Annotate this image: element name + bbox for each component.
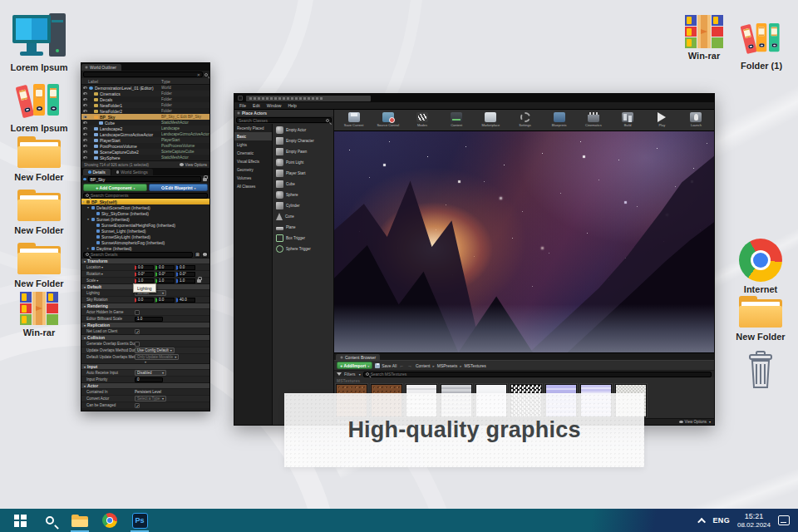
build-button[interactable]: Build [612, 111, 644, 127]
outliner-row[interactable]: NewFolder2Folder [81, 108, 209, 114]
scale-z-field[interactable]: 1.0 [176, 278, 195, 283]
outliner-row[interactable]: CubeStaticMeshActor [81, 120, 209, 126]
actor-hidden-checkbox[interactable] [135, 310, 140, 315]
scale-y-field[interactable]: 1.0 [155, 278, 175, 283]
taskbar-explorer-button[interactable] [65, 509, 95, 532]
default-overlaps-dropdown[interactable]: Only Update Movable [135, 354, 179, 360]
category-recently-placed[interactable]: Recently Placed [234, 124, 272, 132]
content-search-input[interactable]: Search MSTextures [363, 372, 712, 377]
rotation-x-field[interactable]: 0.0° [135, 272, 154, 277]
category-basic[interactable]: Basic [234, 132, 272, 140]
add-import-button[interactable]: Add/Import [337, 362, 372, 369]
eye-icon[interactable] [83, 156, 87, 160]
outliner-row[interactable]: DecalsFolder [81, 96, 209, 102]
add-component-button[interactable]: Add Component [83, 184, 147, 191]
breadcrumb-mstextures[interactable]: MSTextures [464, 363, 485, 368]
unreal-editor-window[interactable]: File Edit Window Help Place Actors Searc… [234, 93, 715, 426]
outliner-row[interactable]: NewFolder1Folder [81, 102, 209, 108]
launch-button[interactable]: Launch [680, 111, 712, 127]
desktop-icon-folder-3[interactable]: New Folder [3, 243, 75, 288]
convert-actor-dropdown[interactable]: Select a Type [135, 396, 166, 401]
breadcrumb-mspresets[interactable]: MSPresets [437, 363, 457, 368]
outliner-search-input[interactable]: ✕ [83, 71, 203, 77]
component-row-selected[interactable]: ▾BP_Sky(self) [81, 199, 209, 204]
location-x-field[interactable]: 0.0 [135, 265, 154, 270]
play-button[interactable]: Play [646, 111, 678, 127]
menu-edit[interactable]: Edit [253, 103, 260, 108]
component-row[interactable]: SunsetSkyLight (Inherited) [81, 234, 209, 239]
eye-icon[interactable] [83, 92, 87, 96]
place-item[interactable]: Cone [273, 211, 333, 222]
outliner-row[interactable]: CinematicsFolder [81, 91, 209, 96]
category-all-classes[interactable]: All Classes [234, 182, 272, 190]
can-be-damaged-checkbox[interactable] [135, 403, 140, 408]
edit-blueprint-button[interactable]: Edit Blueprint [149, 184, 208, 191]
component-row[interactable]: Sky_SkyDome (Inherited) [81, 210, 209, 216]
details-search-input[interactable]: Search Details [83, 252, 193, 258]
tray-chevron-icon[interactable] [697, 517, 706, 525]
desktop-icon-computer[interactable]: Lorem Ipsum [3, 13, 75, 72]
category-lights[interactable]: Lights [234, 140, 272, 149]
column-type[interactable]: Type [161, 79, 209, 84]
lock-icon[interactable] [203, 178, 207, 181]
place-item[interactable]: Cube [273, 179, 333, 190]
component-row[interactable]: ▾DefaultSceneRoot (Inherited) [81, 204, 209, 210]
sky-rotation-x-field[interactable]: 0.0 [135, 298, 154, 303]
eye-icon[interactable] [83, 104, 87, 107]
breadcrumb-content[interactable]: Content [416, 363, 431, 368]
editor-titlebar[interactable] [234, 94, 714, 102]
eye-icon[interactable] [83, 150, 87, 154]
section-rendering[interactable]: Rendering [81, 303, 209, 308]
eye-icon[interactable] [83, 86, 87, 90]
place-item[interactable]: Empty Actor [273, 125, 333, 135]
component-row[interactable]: Sunset_Light (Inherited) [81, 228, 209, 234]
location-z-field[interactable]: 0.0 [176, 265, 195, 270]
desktop-icon-folder-right[interactable]: New Folder [725, 296, 796, 342]
overlap-events-checkbox[interactable] [135, 342, 140, 347]
cinematics-button[interactable]: Cinematics [577, 111, 609, 127]
category-visual-effects[interactable]: Visual Effects [234, 157, 272, 165]
outliner-details-panel[interactable]: World Outliner ✕ Label Type Demonstratio… [81, 62, 210, 411]
taskbar-clock[interactable]: 15:21 08.02.2024 [737, 512, 771, 529]
component-row[interactable]: ▸Daytime (Inherited) [81, 245, 209, 251]
eye-icon[interactable] [202, 252, 208, 258]
menu-file[interactable]: File [239, 103, 246, 108]
scale-x-field[interactable]: 1.0 [135, 278, 154, 283]
category-volumes[interactable]: Volumes [234, 174, 272, 182]
source-control-button[interactable]: Source Control [372, 111, 404, 127]
desktop-icon-folder-binders[interactable]: Folder (1) [726, 18, 797, 71]
components-search-input[interactable]: Search Components [83, 193, 208, 199]
component-row[interactable]: SunsetAtmosphericFog (Inherited) [81, 239, 209, 245]
billboard-scale-field[interactable]: 1.0 [135, 317, 163, 322]
taskbar-photoshop-button[interactable]: Ps [125, 509, 155, 532]
sky-rotation-z-field[interactable]: 40.0 [176, 298, 195, 303]
modes-button[interactable]: Modes [406, 111, 438, 127]
category-geometry[interactable]: Geometry [234, 165, 272, 174]
taskbar-chrome-button[interactable] [95, 509, 125, 532]
blueprints-button[interactable]: Blueprints [543, 111, 575, 127]
section-replication[interactable]: Replication [81, 322, 209, 328]
eye-icon[interactable] [83, 121, 87, 125]
language-indicator[interactable]: ENG [713, 516, 730, 525]
sky-rotation-y-field[interactable]: 0.0 [155, 298, 175, 303]
viewport[interactable] [334, 131, 714, 352]
place-item[interactable]: Player Start [273, 168, 333, 179]
eye-icon[interactable] [83, 133, 87, 136]
desktop-icon-folder-2[interactable]: New Folder [3, 190, 75, 235]
component-row[interactable]: SunsetExponentialHeightFog (Inherited) [81, 222, 209, 228]
content-browser-tab[interactable]: Content Browser [336, 354, 380, 360]
section-actor[interactable]: Actor [81, 382, 209, 388]
desktop-icon-folder-1[interactable]: New Folder [3, 136, 75, 182]
place-actors-search-input[interactable]: Search Classes [236, 117, 332, 123]
outliner-row[interactable]: Landscape2Landscape [81, 126, 209, 131]
notification-center-icon[interactable] [778, 515, 790, 525]
desktop-icon-winrar[interactable]: Win-rar [3, 292, 75, 337]
outliner-row-selected[interactable]: BP_SkyBP_Sky_C Edit BP_Sky [81, 114, 209, 120]
desktop-icon-internet[interactable]: Internet [725, 239, 796, 294]
start-button[interactable] [5, 509, 35, 532]
outliner-row[interactable]: DemonstrationLevel_01 (Editor)World [81, 85, 209, 91]
marketplace-button[interactable]: Marketplace [475, 111, 507, 127]
clear-icon[interactable]: ✕ [197, 72, 200, 77]
menu-help[interactable]: Help [288, 103, 296, 108]
eye-icon[interactable] [83, 139, 87, 142]
